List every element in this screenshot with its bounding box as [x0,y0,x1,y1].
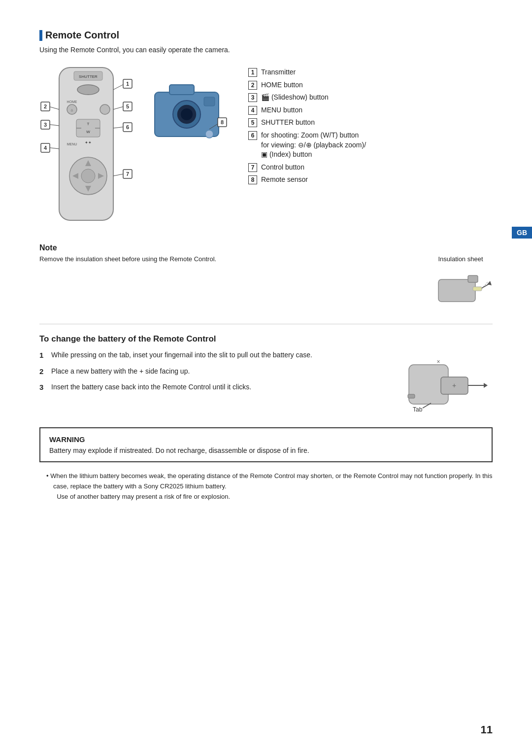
steps-list: 1 While pressing on the tab, inset your … [39,350,384,393]
note-section: Note Remove the insulation sheet before … [39,243,493,309]
label-text-5: SHUTTER button [261,118,315,128]
label-num-8: 8 [248,175,257,184]
svg-point-16 [81,169,95,183]
label-text-6: for shooting: Zoom (W/T) buttonfor viewi… [261,131,366,160]
svg-text:7: 7 [126,171,129,177]
svg-text:5: 5 [126,103,129,109]
label-text-3: 🎬 (Slideshow) button [261,93,329,103]
svg-text:SHUTTER: SHUTTER [79,74,98,79]
label-num-4: 4 [248,106,257,115]
svg-point-48 [205,130,213,138]
insulation-svg [429,265,493,309]
svg-text:×: × [436,358,440,365]
label-text-4: MENU button [261,105,302,115]
label-num-7: 7 [248,163,257,172]
svg-rect-56 [473,287,482,291]
label-num-2: 2 [248,81,257,90]
label-item-5: 5 SHUTTER button [248,118,493,128]
svg-rect-43 [169,85,194,95]
label-item-4: 4 MENU button [248,105,493,115]
camera-diagram: 8 [150,72,229,153]
step-text-1: While pressing on the tab, inset your fi… [51,350,312,360]
svg-text:T: T [87,122,90,126]
svg-text:4: 4 [44,145,47,151]
label-item-3: 3 🎬 (Slideshow) button [248,93,493,103]
svg-text:W: W [86,130,90,134]
label-item-2: 2 HOME button [248,80,493,90]
battery-svg: + × Tab [404,350,493,414]
label-text-8: Remote sensor [261,175,308,185]
labels-list: 1 Transmitter 2 HOME button 3 🎬 (Slidesh… [248,68,493,188]
footer-bullet: • [46,472,49,480]
step-1: 1 While pressing on the tab, inset your … [39,350,384,361]
insulation-area: Insulation sheet [429,255,493,309]
svg-rect-47 [204,97,215,106]
svg-text:HOME: HOME [67,100,77,103]
label-item-6: 6 for shooting: Zoom (W/T) buttonfor vie… [248,131,493,160]
note-title: Note [39,243,493,252]
svg-rect-66 [408,394,415,398]
svg-text:⌂: ⌂ [71,108,73,112]
svg-point-7 [100,104,110,114]
svg-point-46 [181,108,193,120]
note-text: Remove the insulation sheet before using… [39,255,409,263]
section-title: Remote Control [39,30,493,41]
battery-diagram: + × Tab [404,350,493,415]
divider [39,324,493,324]
label-num-5: 5 [248,118,257,127]
remote-control-diagram: SHUTTER HOME ⌂ T W MENU ✦✦ [39,63,138,232]
diagram-area: SHUTTER HOME ⌂ T W MENU ✦✦ [39,63,493,232]
camera-svg: 8 [150,72,229,151]
battery-steps: 1 While pressing on the tab, inset your … [39,350,384,398]
svg-text:✦✦: ✦✦ [85,140,92,145]
svg-text:6: 6 [126,124,129,130]
battery-content: 1 While pressing on the tab, inset your … [39,350,493,415]
step-3: 3 Insert the battery case back into the … [39,382,384,393]
svg-rect-53 [468,275,478,282]
svg-marker-63 [484,383,488,388]
label-num-3: 3 [248,93,257,102]
step-num-2: 2 [39,366,47,378]
label-item-8: 8 Remote sensor [248,175,493,185]
svg-text:Tab: Tab [413,406,423,413]
gb-badge: GB [512,227,532,239]
label-num-6: 6 [248,131,257,140]
label-text-1: Transmitter [261,68,296,77]
warning-title: WARNING [49,435,483,444]
label-text-2: HOME button [261,80,303,90]
footer-note-text: When the lithium battery becomes weak, t… [50,472,492,500]
label-num-1: 1 [248,68,257,77]
battery-section: To change the battery of the Remote Cont… [39,334,493,415]
step-text-2: Place a new battery with the + side faci… [51,366,190,377]
label-item-1: 1 Transmitter [248,68,493,77]
title-bar-icon [39,30,42,41]
svg-text:MENU: MENU [67,142,77,146]
battery-title: To change the battery of the Remote Cont… [39,334,493,344]
remote-svg: SHUTTER HOME ⌂ T W MENU ✦✦ [39,63,138,230]
label-item-7: 7 Control button [248,163,493,172]
svg-text:+: + [452,381,456,389]
label-text-7: Control button [261,163,304,172]
footer-note: • When the lithium battery becomes weak,… [46,471,493,502]
step-num-3: 3 [39,382,47,393]
insulation-label: Insulation sheet [438,255,483,263]
svg-text:1: 1 [126,81,129,87]
svg-text:8: 8 [221,119,224,125]
svg-text:2: 2 [44,103,47,109]
svg-text:3: 3 [44,122,47,128]
intro-text: Using the Remote Control, you can easily… [39,46,493,54]
warning-text: Battery may explode if mistreated. Do no… [49,447,483,454]
page-number: 11 [481,723,493,736]
section-title-text: Remote Control [45,30,119,41]
step-num-1: 1 [39,350,47,361]
note-content: Remove the insulation sheet before using… [39,255,493,309]
svg-point-3 [77,85,99,95]
warning-box: WARNING Battery may explode if mistreate… [39,427,493,462]
step-2: 2 Place a new battery with the + side fa… [39,366,384,378]
step-text-3: Insert the battery case back into the Re… [51,382,251,392]
remote-images: SHUTTER HOME ⌂ T W MENU ✦✦ [39,63,229,232]
